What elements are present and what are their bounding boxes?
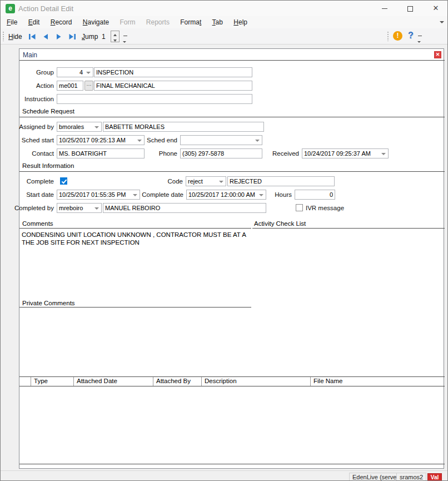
- assigned-by-combo[interactable]: bmorales: [57, 122, 102, 132]
- completed-by-combo[interactable]: mreboiro: [57, 203, 102, 213]
- chevron-down-icon[interactable]: [217, 178, 225, 185]
- received-label: Received: [261, 148, 299, 158]
- comments-textarea[interactable]: CONDENSING UNIT LOCATION UNKNOWN , CONTR…: [22, 231, 250, 297]
- sched-end-combo[interactable]: [180, 135, 262, 145]
- jump-spinner-down-button[interactable]: [111, 37, 119, 42]
- jump-spinner-up-button[interactable]: [111, 31, 119, 37]
- status-server: EdenLive (server): [349, 473, 404, 481]
- chevron-down-icon[interactable]: [131, 191, 138, 199]
- chevron-down-icon[interactable]: [93, 205, 100, 212]
- instruction-input[interactable]: [57, 94, 252, 104]
- completed-by-value: mreboiro: [59, 204, 92, 212]
- sched-start-value: 10/25/2017 09:25:13 AM: [59, 136, 135, 145]
- jump-overflow-icon[interactable]: [123, 36, 128, 44]
- column-header-file-name[interactable]: File Name: [310, 377, 445, 386]
- group-desc-input[interactable]: [94, 67, 252, 77]
- menu-item-format[interactable]: Format: [176, 16, 206, 28]
- menu-item-help[interactable]: Help: [229, 16, 252, 28]
- spinner-down-icon: [113, 39, 117, 42]
- hide-button[interactable]: Hide: [8, 33, 22, 41]
- jump-value[interactable]: 1: [102, 33, 106, 41]
- close-icon: ✕: [433, 4, 439, 12]
- activity-checklist-area[interactable]: [253, 231, 444, 375]
- menubar: File Edit Record Navigate Form Reports F…: [1, 16, 447, 28]
- private-comments-textarea[interactable]: [22, 310, 250, 375]
- last-record-button[interactable]: [66, 31, 78, 42]
- completed-by-desc-input[interactable]: [103, 203, 266, 213]
- start-date-label: Start date: [8, 190, 54, 200]
- menu-item-record[interactable]: Record: [46, 16, 77, 28]
- next-record-button[interactable]: [53, 31, 65, 42]
- start-date-combo[interactable]: 10/25/2017 01:55:35 PM: [57, 190, 140, 200]
- phone-label: Phone: [138, 148, 177, 158]
- sched-end-label: Sched end: [138, 135, 177, 145]
- assigned-by-label: Assigned by: [8, 122, 54, 132]
- code-combo[interactable]: reject: [186, 176, 226, 186]
- app-icon: e: [6, 4, 15, 13]
- action-desc-input[interactable]: [94, 81, 252, 91]
- schedule-section-line: [19, 117, 445, 117]
- close-button[interactable]: ✕: [423, 1, 448, 16]
- action-label: Action: [8, 81, 54, 91]
- complete-checkbox[interactable]: [60, 177, 67, 185]
- minimize-button[interactable]: [372, 1, 397, 16]
- row-selector-column-header: [19, 377, 31, 386]
- column-header-attached-date[interactable]: Attached Date: [73, 377, 153, 386]
- complete-date-combo[interactable]: 10/25/2017 12:00:00 AM: [186, 190, 266, 200]
- chevron-down-icon[interactable]: [253, 137, 261, 144]
- next-record-icon: [56, 33, 62, 40]
- menu-item-navigate[interactable]: Navigate: [78, 16, 113, 28]
- group-combo[interactable]: 4: [57, 67, 93, 77]
- code-desc-input[interactable]: [227, 176, 335, 186]
- tab-close-button[interactable]: ✕: [434, 51, 441, 58]
- column-header-attached-by[interactable]: Attached By: [153, 377, 201, 386]
- attachments-table: [19, 376, 445, 464]
- ivr-message-checkbox[interactable]: [296, 204, 303, 211]
- menubar-overflow-icon[interactable]: [440, 21, 444, 23]
- toolbar-grip-right: [387, 32, 389, 41]
- action-browse-button[interactable]: ···: [84, 81, 93, 91]
- chevron-down-icon[interactable]: [84, 69, 92, 76]
- previous-record-button[interactable]: [39, 31, 52, 42]
- group-value: 4: [59, 68, 84, 77]
- jump-spinner: [111, 31, 120, 42]
- status-user: sramos2: [396, 473, 426, 481]
- statusbar: EdenLive (server) sramos2 Val: [1, 470, 447, 481]
- menu-item-tab[interactable]: Tab: [208, 16, 227, 28]
- maximize-button[interactable]: [397, 1, 423, 16]
- phone-input[interactable]: [180, 148, 262, 158]
- contact-input[interactable]: [57, 148, 145, 158]
- complete-label: Complete: [8, 176, 54, 186]
- hours-input[interactable]: [295, 190, 335, 200]
- private-comments-title: Private Comments: [22, 300, 75, 306]
- first-record-button[interactable]: [26, 31, 38, 42]
- alert-icon[interactable]: !: [393, 31, 402, 41]
- first-record-icon: [28, 33, 36, 40]
- group-label: Group: [8, 67, 54, 77]
- activity-line: [252, 228, 445, 229]
- column-header-type[interactable]: Type: [31, 377, 73, 386]
- minimize-icon: [382, 8, 387, 9]
- received-combo[interactable]: 10/24/2017 09:25:37 AM: [302, 148, 389, 158]
- complete-date-value: 10/25/2017 12:00:00 AM: [188, 190, 257, 199]
- chevron-down-icon[interactable]: [257, 191, 265, 199]
- help-overflow-icon[interactable]: [417, 36, 422, 44]
- help-icon[interactable]: ?: [408, 31, 414, 41]
- comments-section-title: Comments: [22, 220, 53, 227]
- schedule-section-title: Schedule Request: [22, 108, 74, 115]
- complete-date-label: Complete date: [140, 190, 183, 200]
- chevron-down-icon[interactable]: [93, 123, 100, 131]
- menu-item-edit[interactable]: Edit: [24, 16, 44, 28]
- column-header-description[interactable]: Description: [201, 377, 310, 386]
- window-title: Action Detail Edit: [18, 4, 73, 13]
- menu-item-file[interactable]: File: [2, 16, 22, 28]
- table-header-divider: [19, 386, 445, 386]
- sched-start-combo[interactable]: 10/25/2017 09:25:13 AM: [57, 135, 145, 145]
- activity-checklist-title: Activity Check List: [254, 220, 306, 227]
- last-record-icon: [68, 33, 76, 40]
- action-code-input[interactable]: [57, 81, 83, 91]
- assigned-by-desc-input[interactable]: [103, 122, 264, 132]
- titlebar: e Action Detail Edit ✕: [1, 1, 447, 16]
- chevron-down-icon[interactable]: [380, 150, 387, 157]
- tab-main[interactable]: Main: [23, 51, 37, 59]
